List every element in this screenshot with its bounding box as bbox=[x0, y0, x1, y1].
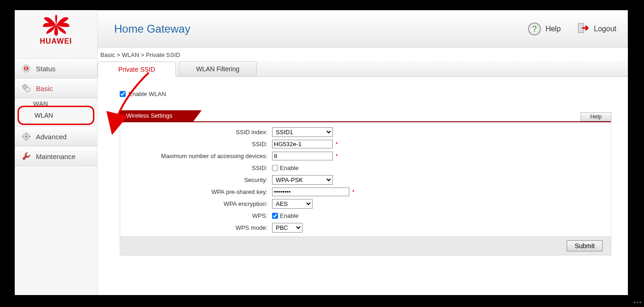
page-title: Home Gateway bbox=[114, 23, 511, 35]
header: Home Gateway ? Help Logout bbox=[98, 10, 628, 48]
label-wpa-enc: WPA encryption: bbox=[120, 200, 272, 207]
label-ssid: SSID: bbox=[120, 141, 272, 148]
row-ssid-enable: SSID: Enable bbox=[120, 162, 611, 174]
svg-point-2 bbox=[25, 87, 30, 92]
input-ssid[interactable] bbox=[272, 140, 333, 148]
subnav-wlan-label: WLAN bbox=[35, 112, 53, 119]
nav-status-label: Status bbox=[36, 65, 56, 73]
required-mark: * bbox=[352, 188, 354, 195]
nav-advanced[interactable]: Advanced bbox=[15, 126, 97, 147]
tabs: Private SSID WLAN Filtering bbox=[98, 61, 628, 77]
breadcrumb: Basic > WLAN > Private SSID bbox=[98, 48, 628, 61]
row-ssid-index: SSID index: SSID1 bbox=[120, 126, 611, 138]
row-wps: WPS: Enable bbox=[120, 210, 611, 222]
watermark: *** bbox=[633, 301, 642, 306]
label-ssid-index: SSID index: bbox=[120, 129, 272, 136]
ssid-enable-text: Enable bbox=[280, 165, 298, 171]
logout-link[interactable]: Logout bbox=[577, 22, 616, 36]
brand-name: HUAWEI bbox=[15, 37, 97, 45]
label-wpa-key: WPA pre-shared key: bbox=[120, 188, 272, 195]
brand-logo: HUAWEI bbox=[15, 10, 97, 48]
nav-status[interactable]: Status bbox=[15, 58, 97, 79]
panel-help-button[interactable]: Help bbox=[580, 112, 611, 121]
submit-bar: Submit bbox=[120, 236, 611, 255]
row-wpa-enc: WPA encryption: AES bbox=[120, 198, 611, 210]
wps-enable-text: Enable bbox=[280, 212, 298, 219]
enable-wlan-checkbox[interactable] bbox=[120, 91, 126, 97]
required-mark: * bbox=[336, 141, 338, 148]
row-security: Security: WPA-PSK bbox=[120, 174, 611, 186]
basic-icon bbox=[21, 83, 31, 93]
tab-private-ssid[interactable]: Private SSID bbox=[98, 62, 176, 77]
wireless-settings-form: SSID index: SSID1 SSID: * Maximum number… bbox=[120, 121, 611, 256]
main-area: Home Gateway ? Help Logout Basic > WLAN … bbox=[98, 10, 628, 295]
svg-point-4 bbox=[25, 136, 28, 138]
row-max-devices: Maximum number of accessing devices: * bbox=[120, 150, 611, 162]
nav-basic[interactable]: Basic bbox=[15, 78, 97, 98]
advanced-icon bbox=[21, 131, 31, 142]
subnav-basic: WAN WLAN bbox=[17, 100, 94, 125]
label-security: Security: bbox=[120, 176, 272, 183]
panel-header: Wireless Settings Help bbox=[120, 110, 611, 121]
select-wps-mode[interactable]: PBC bbox=[272, 223, 302, 233]
help-icon: ? bbox=[528, 23, 541, 35]
nav-maintenance-label: Maintenance bbox=[36, 153, 75, 160]
subnav-wlan[interactable]: WLAN bbox=[17, 106, 94, 125]
label-wps: WPS: bbox=[120, 212, 272, 219]
select-ssid-index[interactable]: SSID1 bbox=[272, 127, 333, 137]
svg-point-0 bbox=[23, 65, 30, 72]
logout-icon bbox=[577, 22, 589, 36]
panel-title: Wireless Settings bbox=[120, 110, 193, 121]
label-ssid-enable: SSID: bbox=[120, 165, 272, 171]
row-wps-mode: WPS mode: PBC bbox=[120, 222, 611, 233]
label-max-devices: Maximum number of accessing devices: bbox=[120, 153, 272, 159]
required-mark: * bbox=[336, 153, 338, 159]
app-frame: HUAWEI Status Basic WAN WLAN Advanced bbox=[15, 10, 628, 295]
enable-wlan-label: Enable WLAN bbox=[128, 91, 166, 97]
row-ssid: SSID: * bbox=[120, 138, 611, 150]
subnav-wan-partial: WAN bbox=[17, 100, 94, 106]
maintenance-icon bbox=[21, 151, 31, 161]
select-wpa-enc[interactable]: AES bbox=[272, 199, 313, 209]
checkbox-wps-enable[interactable] bbox=[272, 213, 278, 219]
label-wps-mode: WPS mode: bbox=[120, 224, 272, 231]
huawei-flower-icon bbox=[42, 15, 70, 36]
select-security[interactable]: WPA-PSK bbox=[272, 175, 333, 185]
sidebar: HUAWEI Status Basic WAN WLAN Advanced bbox=[15, 10, 98, 295]
panel-title-triangle bbox=[193, 110, 202, 121]
content: Enable WLAN Wireless Settings Help SSID … bbox=[98, 77, 628, 256]
status-icon bbox=[21, 63, 31, 74]
help-link[interactable]: ? Help bbox=[528, 23, 561, 35]
row-wpa-key: WPA pre-shared key: * bbox=[120, 186, 611, 198]
tab-wlan-filtering[interactable]: WLAN Filtering bbox=[179, 61, 257, 76]
submit-button[interactable]: Submit bbox=[567, 240, 603, 251]
nav-basic-label: Basic bbox=[36, 85, 53, 92]
input-max-devices[interactable] bbox=[272, 152, 333, 160]
checkbox-ssid-enable[interactable] bbox=[272, 165, 278, 171]
nav-maintenance[interactable]: Maintenance bbox=[15, 146, 97, 166]
input-wpa-key[interactable] bbox=[272, 188, 349, 196]
enable-wlan-row: Enable WLAN bbox=[120, 91, 611, 97]
nav-advanced-label: Advanced bbox=[36, 133, 67, 141]
